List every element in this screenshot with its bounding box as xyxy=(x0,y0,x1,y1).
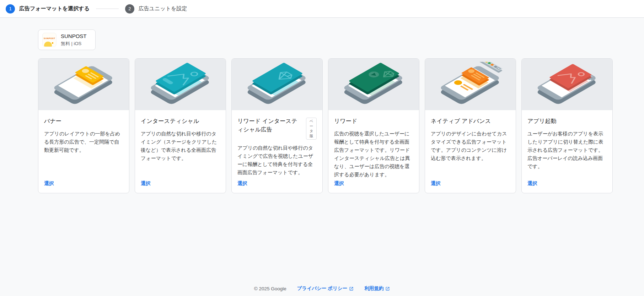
format-title: バナー xyxy=(44,117,123,125)
format-description: ユーザーがお客様のアプリを表示したりアプリに切り替えた際に表示される広告フォーマ… xyxy=(527,130,607,171)
app-meta: 無料 | iOS xyxy=(61,41,87,47)
step-2-circle: 2 xyxy=(125,4,134,14)
step-2[interactable]: 2 広告ユニットを設定 xyxy=(125,4,187,14)
format-card-interstitial[interactable]: インタースティシャル アプリの自然な切れ目や移行のタイミング（ステージをクリアし… xyxy=(135,58,226,193)
decorative-dot xyxy=(52,42,53,44)
app-open-phone-illustration xyxy=(522,59,612,110)
external-link-icon xyxy=(349,286,354,291)
card-body: リワード インタースティシャル広告 ベータ版 アプリの自然な切れ目や移行のタイミ… xyxy=(232,110,322,177)
select-button[interactable]: 選択 xyxy=(44,181,54,187)
format-card-native-advanced[interactable]: ネイティブ アドバンス アプリのデザインに合わせてカスタマイズできる広告フォーマ… xyxy=(425,58,516,193)
format-description: アプリの自然な切れ目や移行のタイミング（ステージをクリアした後など）で表示される… xyxy=(141,130,220,162)
format-card-banner[interactable]: バナー アプリのレイアウトの一部を占める長方形の広告で、一定間隔で自動更新可能で… xyxy=(38,58,129,193)
rewarded-interstitial-phone-illustration xyxy=(232,59,322,110)
step-1-label: 広告フォーマットを選択する xyxy=(19,5,90,12)
card-body: インタースティシャル アプリの自然な切れ目や移行のタイミング（ステージをクリアし… xyxy=(135,110,226,162)
stepper-header: 1 広告フォーマットを選択する 2 広告ユニットを設定 xyxy=(0,0,644,18)
card-body: アプリ起動 ユーザーがお客様のアプリを表示したりアプリに切り替えた際に表示される… xyxy=(522,110,612,171)
select-button[interactable]: 選択 xyxy=(141,181,151,187)
format-card-app-open[interactable]: アプリ起動 ユーザーがお客様のアプリを表示したりアプリに切り替えた際に表示される… xyxy=(521,58,613,193)
select-button[interactable]: 選択 xyxy=(527,181,537,187)
format-title: リワード xyxy=(334,117,413,125)
app-name: SUNPOST xyxy=(61,33,87,40)
card-body: ネイティブ アドバンス アプリのデザインに合わせてカスタマイズできる広告フォーマ… xyxy=(425,110,516,162)
step-connector-line xyxy=(96,9,119,9)
selected-app-card: SUNPOST SUNPOST 無料 | iOS xyxy=(38,29,96,50)
rewarded-phone-illustration xyxy=(328,59,419,110)
format-title: リワード インタースティシャル広告 xyxy=(237,117,303,134)
beta-badge: ベータ版 xyxy=(306,118,317,140)
format-description: アプリのレイアウトの一部を占める長方形の広告で、一定間隔で自動更新可能です。 xyxy=(44,130,123,154)
privacy-policy-label: プライバシー ポリシー xyxy=(297,285,347,292)
select-button[interactable]: 選択 xyxy=(334,181,344,187)
format-card-rewarded-interstitial[interactable]: リワード インタースティシャル広告 ベータ版 アプリの自然な切れ目や移行のタイミ… xyxy=(231,58,323,193)
copyright-text: © 2025 Google xyxy=(254,286,286,291)
step-2-label: 広告ユニットを設定 xyxy=(139,5,187,12)
sun-shape xyxy=(44,42,52,47)
format-title: ネイティブ アドバンス xyxy=(431,117,510,125)
app-card-text: SUNPOST 無料 | iOS xyxy=(61,33,87,47)
external-link-icon xyxy=(385,286,390,291)
page-footer: © 2025 Google プライバシー ポリシー 利用規約 xyxy=(0,285,644,292)
privacy-policy-link[interactable]: プライバシー ポリシー xyxy=(297,285,354,292)
terms-link[interactable]: 利用規約 xyxy=(364,285,390,292)
native-advanced-phone-illustration xyxy=(425,59,516,110)
card-body: バナー アプリのレイアウトの一部を占める長方形の広告で、一定間隔で自動更新可能で… xyxy=(38,110,129,154)
format-title: インタースティシャル xyxy=(141,117,220,125)
sunpost-app-icon: SUNPOST xyxy=(42,33,57,47)
ad-format-card-list: バナー アプリのレイアウトの一部を占める長方形の広告で、一定間隔で自動更新可能で… xyxy=(38,58,644,193)
interstitial-phone-illustration xyxy=(135,59,226,110)
app-icon-wordmark: SUNPOST xyxy=(43,37,55,39)
select-button[interactable]: 選択 xyxy=(431,181,441,187)
admob-ad-unit-create-page: { "stepper": { "steps": [ { "number": "1… xyxy=(0,0,644,296)
format-card-rewarded[interactable]: リワード 広告の視聴を選択したユーザーに報酬として特典を付与する全画面広告フォー… xyxy=(328,58,419,193)
banner-phone-illustration xyxy=(38,59,129,110)
select-button[interactable]: 選択 xyxy=(237,181,247,187)
step-1[interactable]: 1 広告フォーマットを選択する xyxy=(6,4,90,14)
format-description: アプリの自然な切れ目や移行のタイミングで広告を視聴したユーザーに報酬として特典を… xyxy=(237,144,317,177)
step-1-circle: 1 xyxy=(6,4,15,14)
format-description: アプリのデザインに合わせてカスタマイズできる広告フォーマットです。アプリのコンテ… xyxy=(431,130,510,162)
format-description: 広告の視聴を選択したユーザーに報酬として特典を付与する全画面広告フォーマットです… xyxy=(334,130,413,179)
format-title: アプリ起動 xyxy=(527,117,607,125)
terms-label: 利用規約 xyxy=(364,285,383,292)
card-body: リワード 広告の視聴を選択したユーザーに報酬として特典を付与する全画面広告フォー… xyxy=(328,110,419,179)
